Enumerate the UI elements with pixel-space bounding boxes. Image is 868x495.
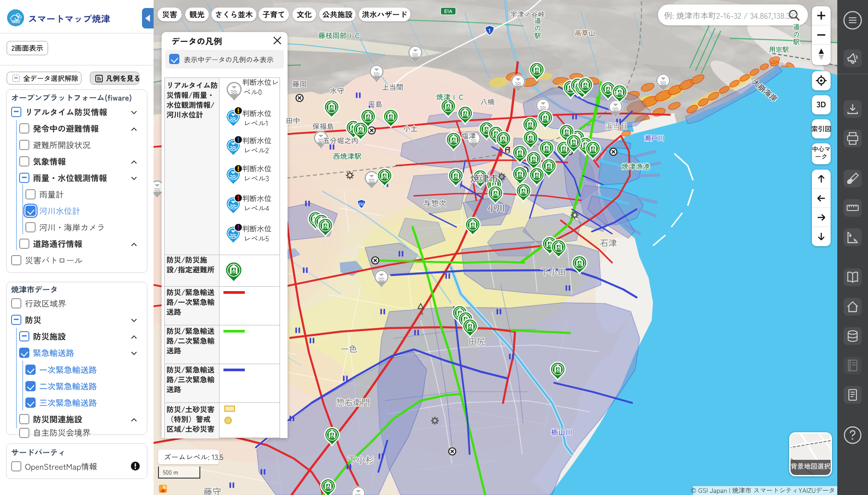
svg-text:YAIZU: YAIZU bbox=[12, 20, 20, 24]
